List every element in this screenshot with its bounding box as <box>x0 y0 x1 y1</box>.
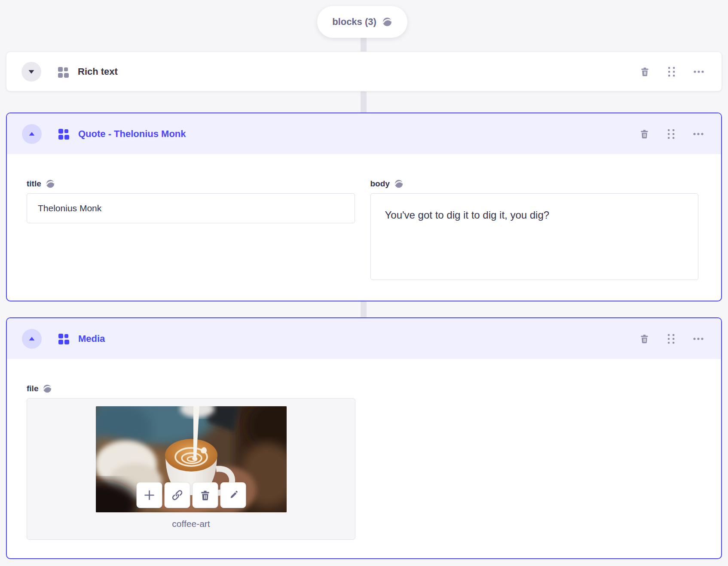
collapse-toggle-button[interactable] <box>22 329 42 349</box>
block-title: Media <box>78 333 105 344</box>
body-textarea[interactable]: You've got to dig it to dig it, you dig? <box>370 193 699 280</box>
more-horizontal-icon <box>693 337 704 341</box>
trash-icon <box>639 129 649 139</box>
block-actions <box>639 128 704 140</box>
globe-icon <box>394 179 404 189</box>
globe-icon <box>46 179 55 189</box>
blocks-count-label: blocks (3) <box>332 16 376 27</box>
field-label-text: body <box>370 179 390 189</box>
chevron-up-icon <box>27 334 37 344</box>
field-label: body <box>370 179 699 189</box>
plus-icon <box>143 489 155 501</box>
drag-handle-icon <box>667 333 676 344</box>
delete-block-button[interactable] <box>639 333 650 344</box>
connector-line <box>361 301 367 318</box>
block-media: Media <box>6 317 722 559</box>
link-icon <box>171 489 183 501</box>
drag-handle[interactable] <box>666 333 677 344</box>
field-file: file <box>27 384 698 540</box>
block-fields: title body You've got to dig it to dig i… <box>7 154 721 282</box>
more-options-button[interactable] <box>693 333 704 344</box>
field-title: title <box>27 179 355 282</box>
field-label: title <box>27 179 355 189</box>
trash-icon <box>640 67 650 77</box>
block-header: Media <box>7 318 721 359</box>
media-file-name: coffee-art <box>172 519 210 529</box>
globe-icon <box>43 384 52 393</box>
trash-icon <box>639 334 649 344</box>
block-header: Rich text <box>6 52 722 91</box>
delete-block-button[interactable] <box>639 128 650 140</box>
component-grid-icon <box>58 128 69 140</box>
component-grid-icon <box>57 66 69 78</box>
collapse-toggle-button[interactable] <box>22 124 42 144</box>
more-options-button[interactable] <box>693 128 704 140</box>
blocks-editor-page: { "pill": { "label": "blocks (3)" }, "bl… <box>0 0 728 566</box>
drag-handle-icon <box>667 66 676 77</box>
block-actions <box>639 333 704 344</box>
component-grid-icon <box>58 333 69 344</box>
media-thumbnail <box>96 406 287 512</box>
media-actions-toolbar <box>136 482 246 508</box>
field-body: body You've got to dig it to dig it, you… <box>370 179 699 282</box>
connector-line <box>361 91 367 113</box>
media-file-card: coffee-art <box>27 398 355 540</box>
more-horizontal-icon <box>693 70 704 73</box>
block-rich-text: Rich text <box>6 52 722 91</box>
drag-handle[interactable] <box>666 128 677 140</box>
block-quote: Quote - Thelonius Monk <box>6 113 722 301</box>
chevron-up-icon <box>27 129 37 139</box>
more-horizontal-icon <box>693 132 704 136</box>
pencil-icon <box>227 489 239 501</box>
block-header: Quote - Thelonius Monk <box>7 113 721 154</box>
title-input[interactable] <box>27 193 355 223</box>
chevron-down-icon <box>27 67 36 76</box>
expand-toggle-button[interactable] <box>21 62 41 82</box>
delete-block-button[interactable] <box>639 66 650 77</box>
blocks-count-pill[interactable]: blocks (3) <box>317 6 407 38</box>
trash-icon <box>199 490 211 501</box>
block-title: Quote - Thelonius Monk <box>78 128 186 140</box>
block-title: Rich text <box>78 66 118 77</box>
field-label-text: title <box>27 179 41 189</box>
block-fields: file <box>7 359 721 540</box>
drag-handle-icon <box>667 128 676 140</box>
copy-link-button[interactable] <box>164 482 190 508</box>
add-media-button[interactable] <box>136 482 162 508</box>
block-actions <box>639 66 704 77</box>
globe-icon <box>382 17 392 27</box>
drag-handle[interactable] <box>666 66 677 77</box>
more-options-button[interactable] <box>693 66 704 77</box>
delete-media-button[interactable] <box>192 482 218 508</box>
field-label: file <box>27 384 698 393</box>
field-label-text: file <box>27 384 38 393</box>
edit-media-button[interactable] <box>220 482 246 508</box>
